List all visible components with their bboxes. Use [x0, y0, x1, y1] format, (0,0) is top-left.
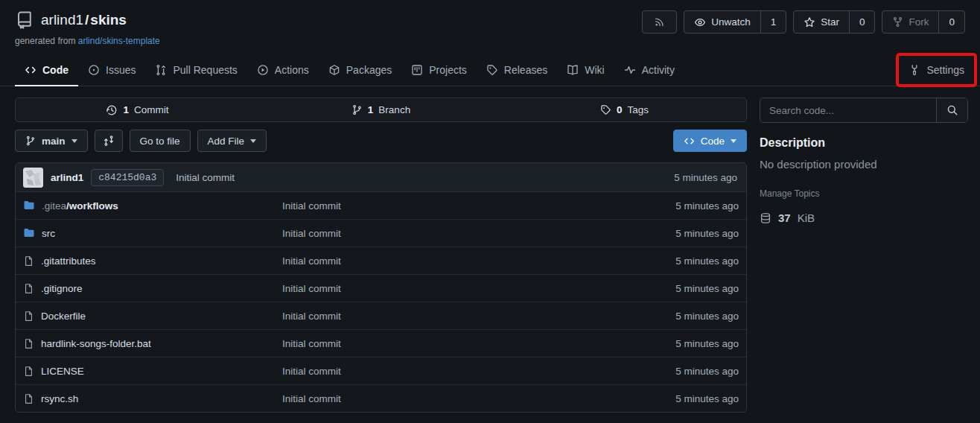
commit-time: 5 minutes ago [674, 172, 739, 183]
repo-header: arlind1/skins generated from arlind/skin… [0, 0, 980, 46]
table-row: src Initial commit 5 minutes ago [16, 219, 746, 247]
commit-author-link[interactable]: arlind1 [51, 172, 83, 183]
branches-stat[interactable]: 1 Branch [259, 98, 503, 121]
file-icon [23, 393, 34, 404]
file-icon [23, 311, 34, 322]
file-commit-message[interactable]: Initial commit [282, 255, 627, 267]
fork-button[interactable]: Fork 0 [882, 10, 965, 34]
tab-settings[interactable]: Settings [899, 56, 974, 84]
avatar[interactable] [23, 168, 43, 188]
file-commit-message[interactable]: Initial commit [282, 393, 627, 404]
star-icon [804, 16, 815, 28]
branch-icon [351, 104, 363, 115]
tab-activity[interactable]: Activity [614, 54, 684, 86]
file-icon [23, 255, 34, 267]
file-commit-time: 5 minutes ago [627, 228, 739, 239]
file-toolbar: main Go to file Add File [15, 130, 747, 152]
table-row: .gitignore Initial commit 5 minutes ago [16, 274, 746, 302]
tag-icon [486, 64, 498, 76]
watch-count[interactable]: 1 [760, 11, 786, 33]
add-file-button[interactable]: Add File [197, 130, 267, 152]
file-commit-time: 5 minutes ago [627, 283, 739, 294]
sidebar: Description No description provided Mana… [760, 98, 968, 224]
search-input[interactable] [760, 98, 936, 122]
tab-code[interactable]: Code [15, 54, 78, 86]
chevron-down-icon [731, 139, 736, 143]
file-link[interactable]: src [42, 228, 55, 239]
code-icon [684, 136, 695, 147]
file-commit-time: 5 minutes ago [627, 311, 739, 322]
file-commit-message[interactable]: Initial commit [282, 311, 627, 322]
file-list-panel: arlind1 c84215d0a3 Initial commit 5 minu… [15, 162, 747, 413]
wrench-icon [909, 64, 920, 76]
file-link[interactable]: .gitattributes [41, 255, 96, 267]
commits-stat[interactable]: 1 Commit [16, 98, 259, 121]
database-icon [760, 212, 771, 224]
tags-stat[interactable]: 0 Tags [503, 98, 746, 121]
commit-hash-link[interactable]: c84215d0a3 [91, 169, 164, 186]
table-row: .gitattributes Initial commit 5 minutes … [16, 247, 746, 274]
tab-issues[interactable]: Issues [78, 54, 145, 86]
file-commit-message[interactable]: Initial commit [282, 200, 627, 212]
file-commit-message[interactable]: Initial commit [282, 283, 627, 294]
repo-owner-link[interactable]: arlind1 [41, 12, 83, 28]
commit-message-link[interactable]: Initial commit [176, 172, 235, 183]
chevron-down-icon [71, 139, 77, 143]
tab-projects[interactable]: Projects [401, 54, 477, 86]
compare-button[interactable] [95, 130, 123, 152]
star-button[interactable]: Star 0 [793, 10, 875, 34]
star-count[interactable]: 0 [849, 11, 875, 33]
code-download-button[interactable]: Code [673, 130, 747, 152]
table-row: rsync.sh Initial commit 5 minutes ago [16, 384, 746, 412]
rss-icon [643, 11, 676, 33]
file-link[interactable]: rsync.sh [41, 393, 78, 404]
play-circle-icon [257, 64, 269, 76]
fork-icon [892, 16, 903, 28]
file-commit-message[interactable]: Initial commit [282, 366, 627, 377]
tab-wiki[interactable]: Wiki [557, 54, 614, 86]
tab-pull-requests[interactable]: Pull Requests [145, 54, 246, 86]
history-icon [106, 104, 118, 116]
repo-size: 37 KiB [760, 212, 968, 224]
file-link[interactable]: .gitignore [41, 283, 83, 294]
tab-packages[interactable]: Packages [319, 54, 401, 86]
table-row: hardlink-songs-folder.bat Initial commit… [16, 329, 746, 357]
file-commit-time: 5 minutes ago [627, 200, 739, 212]
file-commit-time: 5 minutes ago [627, 366, 739, 377]
file-commit-message[interactable]: Initial commit [282, 228, 627, 239]
file-link[interactable]: Dockerfile [41, 311, 86, 322]
table-row: LICENSE Initial commit 5 minutes ago [16, 357, 746, 384]
fork-count[interactable]: 0 [938, 11, 964, 33]
tab-actions[interactable]: Actions [247, 54, 319, 86]
table-row: .gitea/workflows Initial commit 5 minute… [16, 191, 746, 219]
manage-topics-link[interactable]: Manage Topics [760, 188, 968, 199]
pull-request-icon [155, 64, 167, 76]
repo-stats-bar: 1 Commit 1 Branch [15, 98, 747, 122]
code-search [760, 98, 968, 123]
repo-tabbar: Code Issues Pull Requests Actions [0, 54, 980, 86]
search-icon [946, 104, 958, 116]
file-link[interactable]: LICENSE [41, 366, 84, 377]
template-link[interactable]: arlind/skins-template [78, 36, 160, 46]
file-link[interactable]: hardlink-songs-folder.bat [41, 338, 151, 349]
file-commit-time: 5 minutes ago [627, 255, 739, 267]
generated-from: generated from arlind/skins-template [15, 36, 965, 46]
tab-releases[interactable]: Releases [477, 54, 557, 86]
unwatch-button[interactable]: Unwatch 1 [684, 10, 786, 34]
tag-small-icon [600, 104, 611, 115]
issue-icon [88, 64, 100, 76]
book-icon [567, 64, 579, 76]
file-commit-time: 5 minutes ago [627, 338, 739, 349]
description-text: No description provided [760, 158, 968, 171]
search-button[interactable] [936, 98, 967, 122]
repo-name-link[interactable]: skins [90, 12, 127, 28]
branch-selector[interactable]: main [15, 130, 88, 152]
file-commit-message[interactable]: Initial commit [282, 338, 627, 349]
file-link[interactable]: .gitea/workflows [42, 200, 118, 212]
pulse-icon [624, 64, 636, 76]
package-icon [328, 64, 340, 76]
goto-file-button[interactable]: Go to file [130, 130, 191, 152]
main-column: 1 Commit 1 Branch [15, 98, 747, 413]
rss-button[interactable] [642, 10, 677, 34]
description-title: Description [760, 136, 968, 150]
